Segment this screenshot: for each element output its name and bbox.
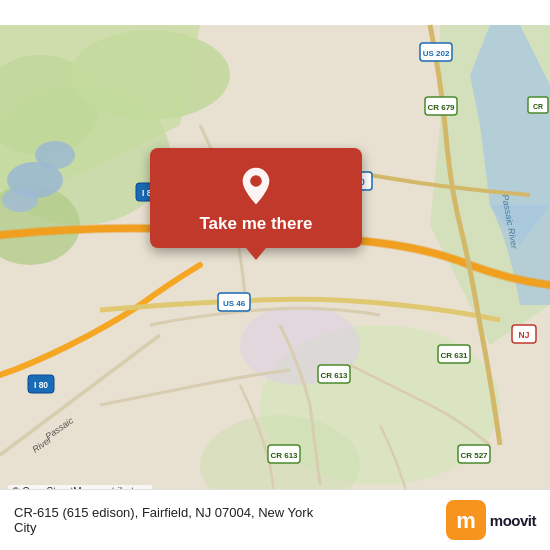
svg-text:I 80: I 80 <box>34 380 48 390</box>
svg-text:NJ: NJ <box>519 330 530 340</box>
moovit-logo: m moovit <box>446 500 536 540</box>
popup-card[interactable]: Take me there <box>150 148 362 248</box>
svg-text:US 202: US 202 <box>423 49 450 58</box>
svg-text:m: m <box>456 508 476 533</box>
svg-text:CR 631: CR 631 <box>440 351 468 360</box>
svg-text:CR 613: CR 613 <box>270 451 298 460</box>
popup-label: Take me there <box>199 214 312 234</box>
moovit-logo-icon: m <box>446 500 486 540</box>
map-container: Passaic River Passaic River US 202 CR 67… <box>0 0 550 550</box>
bottom-bar: CR-615 (615 edison), Fairfield, NJ 07004… <box>0 489 550 550</box>
svg-text:CR: CR <box>533 103 543 110</box>
moovit-brand-text: moovit <box>490 512 536 529</box>
location-pin-icon <box>236 166 276 206</box>
svg-point-7 <box>35 141 75 169</box>
svg-text:CR 527: CR 527 <box>460 451 488 460</box>
svg-text:CR 679: CR 679 <box>427 103 455 112</box>
svg-text:US 46: US 46 <box>223 299 246 308</box>
location-name: CR-615 (615 edison), Fairfield, NJ 07004… <box>14 505 313 520</box>
location-info: CR-615 (615 edison), Fairfield, NJ 07004… <box>14 505 313 535</box>
svg-point-8 <box>2 188 38 212</box>
map-background: Passaic River Passaic River US 202 CR 67… <box>0 0 550 550</box>
svg-point-41 <box>250 175 262 187</box>
location-line2: City <box>14 520 313 535</box>
svg-text:CR 613: CR 613 <box>320 371 348 380</box>
